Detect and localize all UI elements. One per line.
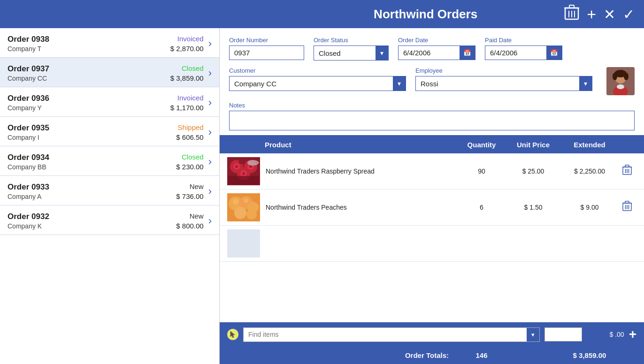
order-list-item[interactable]: Order 0936 Company Y Invoiced $ 1,170.00… (0, 87, 219, 117)
paid-date-field: Paid Date 📅 (485, 37, 562, 60)
customer-select[interactable]: Company CC ▾ (229, 76, 406, 91)
order-chevron-icon: › (208, 156, 212, 168)
order-number: Order 0938 (8, 35, 170, 44)
delete-product-button[interactable] (622, 201, 632, 214)
svg-rect-47 (227, 229, 260, 258)
order-list-item[interactable]: Order 0932 Company K New $ 800.00 › (0, 205, 219, 235)
order-list-item[interactable]: Order 0937 Company CC Closed $ 3,859.00 … (0, 58, 219, 87)
add-quantity-input[interactable] (544, 327, 582, 341)
col-unit-price-header: Unit Price (505, 141, 561, 149)
order-company: Company A (8, 193, 176, 200)
confirm-icon[interactable]: ✓ (623, 6, 635, 23)
app-title: Northwind Orders (287, 7, 564, 22)
order-status-badge: New (190, 212, 204, 220)
paid-date-input[interactable] (485, 46, 546, 60)
product-delete-cell (618, 201, 636, 214)
order-number: Order 0937 (8, 64, 170, 74)
order-company: Company K (8, 222, 176, 230)
order-chevron-icon: › (208, 97, 212, 109)
svg-point-20 (235, 165, 238, 168)
order-amount: $ 2,870.00 (170, 45, 204, 53)
cancel-icon[interactable]: ✕ (604, 6, 615, 23)
order-list-item[interactable]: Order 0933 Company A New $ 736.00 › (0, 176, 219, 205)
order-chevron-icon: › (208, 185, 212, 197)
order-info: Order 0937 Company CC (8, 64, 170, 82)
order-number-label: Order Number (229, 37, 304, 44)
totals-quantity: 146 (458, 351, 505, 359)
svg-point-12 (617, 84, 624, 89)
order-chevron-icon: › (208, 126, 212, 138)
order-status-dropdown-btn[interactable]: ▾ (376, 46, 388, 60)
order-number-input[interactable] (229, 46, 304, 60)
totals-amount: $ 3,859.00 (561, 351, 618, 359)
svg-point-9 (613, 73, 617, 80)
products-area: Product Quantity Unit Price Extended Nor… (220, 136, 644, 364)
order-list-item[interactable]: Order 0938 Company T Invoiced $ 2,870.00… (0, 28, 219, 58)
order-info: Order 0934 Company BB (8, 153, 176, 171)
notes-input[interactable] (229, 111, 635, 130)
customer-dropdown-btn[interactable]: ▾ (393, 76, 406, 91)
product-image (227, 193, 260, 221)
product-name: Northwind Traders Raspberry Spread (266, 167, 458, 175)
order-status-field: Order Status Closed ▾ (314, 37, 389, 61)
notes-field-container: Notes (229, 102, 635, 130)
order-amount: $ 3,859.00 (170, 74, 204, 82)
order-status-badge: Invoiced (177, 94, 204, 102)
paid-date-container: 📅 (485, 46, 562, 60)
add-item-row: ▾ $ .00 + (220, 322, 644, 347)
order-status-amount: Invoiced $ 2,870.00 (170, 35, 204, 53)
add-icon[interactable]: + (587, 5, 596, 23)
form-row-2: Customer Company CC ▾ Employee Rossi ▾ (229, 67, 635, 95)
order-form: Order Number Order Status Closed ▾ Order… (220, 28, 644, 136)
employee-avatar (606, 67, 635, 95)
order-chevron-icon: › (208, 67, 212, 79)
find-items-dropdown-btn[interactable]: ▾ (527, 328, 539, 341)
order-number: Order 0935 (8, 123, 176, 133)
svg-point-10 (624, 73, 629, 80)
product-row: Northwind Traders Peaches 6 $ 1.50 $ 9.0… (220, 190, 644, 226)
order-status-select[interactable]: Closed ▾ (314, 46, 389, 61)
add-product-button[interactable]: + (629, 327, 636, 342)
svg-rect-25 (256, 162, 259, 163)
order-date-label: Order Date (398, 37, 475, 44)
order-info: Order 0935 Company I (8, 123, 176, 141)
order-status-amount: New $ 800.00 (176, 212, 203, 230)
header-actions: + ✕ ✓ (564, 4, 635, 24)
svg-point-38 (246, 209, 257, 220)
order-amount: $ 230.00 (176, 163, 203, 171)
products-table-header: Product Quantity Unit Price Extended (220, 136, 644, 153)
order-list-item[interactable]: Order 0934 Company BB Closed $ 230.00 › (0, 146, 219, 176)
order-status-badge: Closed (182, 64, 204, 72)
svg-point-40 (244, 198, 248, 203)
paid-date-calendar-btn[interactable]: 📅 (546, 46, 562, 60)
svg-point-22 (242, 172, 245, 175)
order-number: Order 0936 (8, 94, 170, 103)
order-status-badge: Invoiced (177, 35, 204, 43)
order-info: Order 0938 Company T (8, 35, 170, 53)
delete-product-button[interactable] (622, 165, 632, 178)
totals-row: Order Totals: 146 $ 3,859.00 (220, 347, 644, 364)
order-number: Order 0934 (8, 153, 176, 162)
col-extended-header: Extended (561, 141, 618, 149)
employee-select[interactable]: Rossi ▾ (415, 76, 592, 91)
order-list-item[interactable]: Order 0935 Company I Shipped $ 606.50 › (0, 117, 219, 146)
product-row (220, 226, 644, 262)
order-status-amount: Shipped $ 606.50 (176, 123, 203, 141)
order-company: Company I (8, 134, 176, 141)
product-extended: $ 9.00 (561, 204, 618, 211)
product-image (227, 157, 260, 185)
employee-dropdown-btn[interactable]: ▾ (579, 76, 592, 91)
employee-value: Rossi (416, 77, 579, 91)
order-status-amount: Closed $ 3,859.00 (170, 64, 204, 82)
order-date-field: Order Date 📅 (398, 37, 475, 60)
order-date-container: 📅 (398, 46, 475, 60)
delete-icon[interactable] (564, 4, 579, 24)
find-items-container: ▾ (243, 327, 540, 342)
order-date-input[interactable] (399, 46, 460, 60)
paid-date-label: Paid Date (485, 37, 562, 44)
find-items-input[interactable] (244, 328, 527, 341)
order-date-calendar-btn[interactable]: 📅 (460, 46, 475, 60)
customer-label: Customer (229, 67, 406, 74)
product-name: Northwind Traders Peaches (266, 204, 458, 211)
customer-value: Company CC (230, 77, 393, 91)
